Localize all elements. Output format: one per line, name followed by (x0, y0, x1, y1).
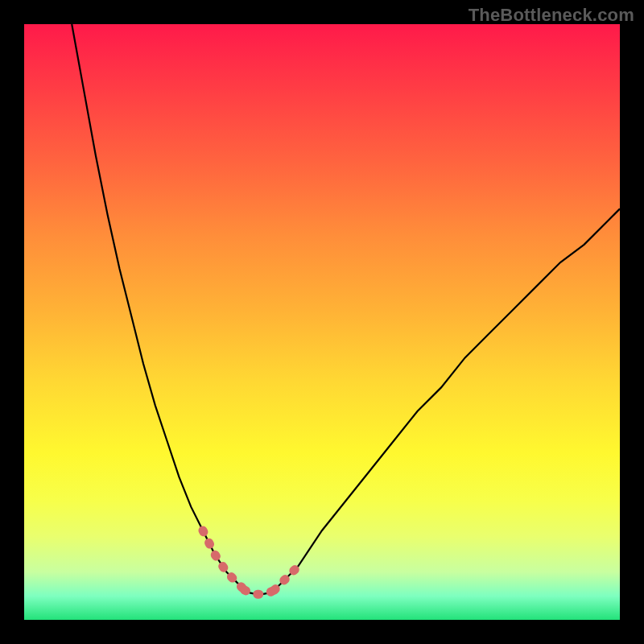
chart-plot-area (24, 24, 620, 620)
watermark-text: TheBottleneck.com (469, 5, 634, 26)
highlight-floor (245, 590, 275, 594)
highlight-left (203, 530, 245, 590)
curve-left (72, 24, 245, 590)
bottleneck-curve-svg (24, 24, 620, 620)
highlight-right (275, 566, 299, 590)
curve-right (275, 208, 620, 590)
